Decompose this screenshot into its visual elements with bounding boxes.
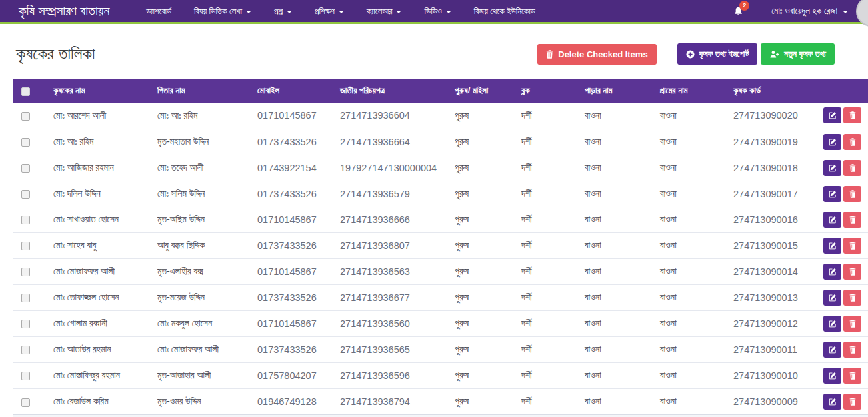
- farmer-table: কৃষকের নামপিতার নামমোবাইলজাতীয় পরিচয়পত…: [13, 79, 868, 417]
- delete-button[interactable]: [843, 264, 861, 280]
- row-checkbox[interactable]: [21, 268, 30, 276]
- para-name: বাওনা: [577, 129, 652, 155]
- edit-button[interactable]: [823, 134, 841, 150]
- row-checkbox[interactable]: [21, 346, 30, 354]
- farmer-card-number: 274713090017: [725, 181, 815, 207]
- delete-button[interactable]: [843, 160, 861, 176]
- delete-button[interactable]: [843, 134, 861, 150]
- row-checkbox[interactable]: [21, 216, 30, 224]
- brand-logo[interactable]: কৃষি সম্প্রসারণ বাতায়ন: [19, 3, 109, 19]
- nav-item[interactable]: প্রশ্ন: [263, 6, 303, 17]
- block-name: দর্শী: [513, 155, 577, 181]
- nav-item[interactable]: ড্যাশবোর্ড: [135, 6, 183, 17]
- nav-item[interactable]: ভিডিও: [413, 6, 462, 17]
- village-name: বাওনা: [652, 362, 725, 388]
- gender: পুরুষ: [447, 232, 513, 258]
- village-name: বাওনা: [652, 232, 725, 258]
- nav-item[interactable]: বিজয় থেকে ইউনিকোড: [463, 6, 547, 17]
- row-checkbox[interactable]: [21, 372, 30, 380]
- mobile-number: 01737433526: [249, 181, 332, 207]
- para-name: বাওনা: [577, 310, 652, 336]
- table-row: মোঃ রেজাউল করিম মৃত-ওমর উদ্দিন 019467491…: [13, 388, 868, 414]
- mobile-number: 01710145867: [249, 207, 332, 232]
- table-row: মোঃ তোফাজ্জল হোসেন মৃত-ময়েজ উদ্দিন 0173…: [13, 284, 868, 310]
- delete-button[interactable]: [843, 186, 861, 202]
- para-name: বাওনা: [577, 181, 652, 207]
- edit-button[interactable]: [823, 186, 841, 202]
- row-checkbox[interactable]: [21, 164, 30, 173]
- delete-button[interactable]: [843, 316, 861, 332]
- farmer-card-number: 274713090015: [725, 232, 815, 258]
- delete-button[interactable]: [843, 290, 861, 306]
- nav-item[interactable]: প্রশিক্ষণ: [303, 6, 355, 17]
- nav-item[interactable]: ক্যালেন্ডার: [355, 6, 413, 17]
- edit-button[interactable]: [823, 238, 841, 254]
- chevron-down-icon: [446, 11, 451, 13]
- block-name: দর্শী: [513, 258, 577, 284]
- farmer-card-number: 274713090016: [725, 207, 815, 232]
- father-name: মোঃ সলিম উদ্দিন: [149, 181, 249, 207]
- edit-button[interactable]: [823, 342, 841, 358]
- row-checkbox[interactable]: [21, 242, 30, 250]
- row-checkbox[interactable]: [21, 398, 30, 407]
- edit-button[interactable]: [823, 368, 841, 384]
- chevron-down-icon: [287, 11, 292, 13]
- delete-button[interactable]: [843, 107, 861, 123]
- father-name: মোঃ তহেদ আলী: [149, 155, 249, 181]
- delete-button[interactable]: [843, 238, 861, 254]
- father-name: মৃত-এলাহীর বক্স: [149, 258, 249, 284]
- farmer-name: মোঃ আরশেদ আলী: [45, 103, 149, 129]
- new-farmer-button[interactable]: নতুন কৃষক তথ্য: [761, 43, 835, 65]
- table-row: মোঃ আঃ রহিম মৃত-মহাতাব উদ্দিন 0173743352…: [13, 129, 868, 155]
- edit-button[interactable]: [823, 290, 841, 306]
- block-name: দর্শী: [513, 388, 577, 414]
- user-menu[interactable]: মোঃ ওবায়েদুল হক রেজা: [771, 6, 848, 17]
- village-name: বাওনা: [652, 310, 725, 336]
- row-checkbox[interactable]: [21, 190, 30, 199]
- table-row: মোঃ মোস্তাফিজুর রহমান মৃত-আজাহার আলী 017…: [13, 362, 868, 388]
- block-name: দর্শী: [513, 232, 577, 258]
- column-header: কৃষক কার্ড: [725, 79, 815, 103]
- delete-checked-button[interactable]: Delete Checked Items: [537, 44, 656, 65]
- edit-button[interactable]: [823, 316, 841, 332]
- column-header: মোবাইল: [249, 79, 332, 103]
- national-id: 2714713936794: [332, 388, 447, 414]
- village-name: বাওনা: [652, 155, 725, 181]
- gender: পুরুষ: [447, 284, 513, 310]
- gender: পুরুষ: [447, 207, 513, 232]
- notification-badge: 2: [739, 1, 749, 11]
- block-name: দর্শী: [513, 181, 577, 207]
- user-avatar[interactable]: [856, 0, 868, 27]
- chevron-down-icon: [339, 11, 344, 13]
- table-row: মোঃ মোজাফফর আলী মৃত-এলাহীর বক্স 01710145…: [13, 258, 868, 284]
- row-checkbox[interactable]: [21, 320, 30, 328]
- import-farmer-button[interactable]: কৃষক তথ্য ইমপোর্ট: [677, 43, 758, 65]
- notifications-button[interactable]: 2: [733, 6, 743, 17]
- delete-button[interactable]: [843, 212, 861, 228]
- row-checkbox[interactable]: [21, 294, 30, 302]
- gender: পুরুষ: [447, 336, 513, 362]
- edit-button[interactable]: [823, 212, 841, 228]
- gender: পুরুষ: [447, 362, 513, 388]
- table-row: মোঃ সাহেব বাবু আবু বক্কর ছিদ্দিক 0173743…: [13, 232, 868, 258]
- block-name: দর্শী: [513, 310, 577, 336]
- nav-item[interactable]: বিষয় ভিত্তিক লেখা: [183, 6, 263, 17]
- village-name: বাওনা: [652, 207, 725, 232]
- row-checkbox[interactable]: [21, 112, 30, 121]
- edit-button[interactable]: [823, 394, 841, 410]
- top-navbar: কৃষি সম্প্রসারণ বাতায়ন ড্যাশবোর্ড বিষয়…: [0, 0, 868, 24]
- row-checkbox[interactable]: [21, 138, 30, 147]
- delete-button[interactable]: [843, 342, 861, 358]
- delete-button[interactable]: [843, 368, 861, 384]
- edit-button[interactable]: [823, 160, 841, 176]
- edit-button[interactable]: [823, 264, 841, 280]
- father-name: মৃত-ময়েজ উদ্দিন: [149, 284, 249, 310]
- farmer-card-number: 274713090014: [725, 258, 815, 284]
- para-name: বাওনা: [577, 388, 652, 414]
- delete-button[interactable]: [843, 394, 861, 410]
- column-header: পিতার নাম: [149, 79, 249, 103]
- edit-button[interactable]: [823, 107, 841, 123]
- father-name: মোঃ মোজাফফর আলী: [149, 336, 249, 362]
- select-all-checkbox[interactable]: [21, 87, 30, 96]
- national-id: 2714713936560: [332, 310, 447, 336]
